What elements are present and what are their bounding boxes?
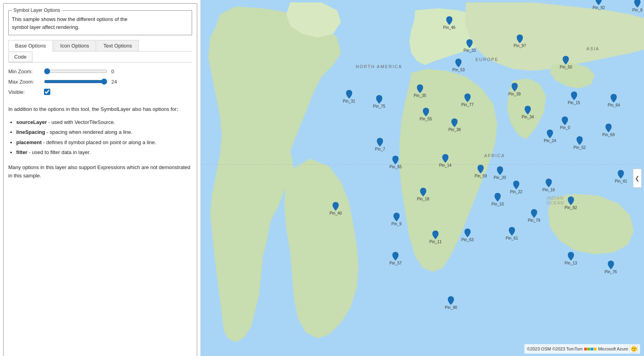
pin-icon (634, 0, 640, 8)
bullet-1-desc: - used with VectorTileSource. (47, 119, 115, 125)
controls-section: Min Zoom: 0 Max Zoom: 24 Visible: (8, 68, 192, 99)
pin-label: Pin_11 (429, 240, 442, 244)
pin-icon (442, 154, 448, 163)
pin-icon (333, 202, 339, 211)
pin-marker: Pin_50 (560, 56, 572, 69)
pin-marker: Pin_79 (528, 209, 540, 223)
tab-base-options[interactable]: Base Options (8, 40, 53, 51)
pin-label: Pin_65 (389, 165, 402, 169)
pin-label: Pin_20 (493, 175, 506, 180)
pin-label: Pin_38 (448, 128, 461, 132)
pin-label: Pin_55 (419, 117, 432, 121)
bullet-3-key: placement (16, 139, 42, 145)
tab-code[interactable]: Code (8, 51, 32, 62)
pin-label: Pin_50 (560, 65, 572, 69)
pin-marker: Pin_82 (565, 196, 577, 210)
collapse-icon: ❮ (635, 175, 640, 181)
visible-row: Visible: (8, 89, 192, 95)
pin-icon (511, 83, 518, 91)
pin-icon (417, 84, 423, 93)
bullet-list: sourceLayer - used with VectorTileSource… (16, 118, 192, 159)
microsoft-logo (584, 348, 596, 350)
max-zoom-slider[interactable] (44, 78, 107, 85)
brand-label: Microsoft Azure (598, 346, 628, 351)
pin-label: Pin_24 (544, 139, 556, 143)
pin-label: Pin_90 (445, 305, 457, 310)
pin-label: Pin_39 (508, 92, 520, 96)
pin-marker: Pin_15 (568, 91, 580, 105)
info-paragraph-1: In addition to the options in this tool,… (8, 105, 192, 114)
pin-icon (605, 124, 612, 132)
pin-icon (393, 213, 400, 221)
max-zoom-label: Max Zoom: (8, 79, 44, 85)
pin-marker: Pin_31 (343, 90, 355, 103)
pin-icon (455, 59, 462, 67)
pin-label: Pin_82 (565, 206, 577, 210)
ms-green (587, 348, 590, 350)
pin-icon (423, 108, 429, 116)
pin-marker: Pin_13 (565, 252, 577, 265)
pin-icon (516, 34, 523, 43)
pin-marker: Pin_75 (373, 95, 385, 109)
pin-icon (478, 165, 484, 173)
pin-icon (596, 0, 602, 5)
visible-checkbox[interactable] (44, 89, 50, 95)
max-zoom-row: Max Zoom: 24 (8, 78, 192, 85)
bullet-4-desc: - used to filter data in layer. (27, 149, 91, 155)
pin-marker: Pin_69 (602, 124, 615, 137)
pin-icon (392, 252, 399, 261)
label-europe: EUROPE (475, 57, 498, 62)
pin-icon (497, 166, 503, 175)
pin-icon (377, 138, 383, 147)
bullet-3-desc: - defines if symbol placed on point or a… (42, 139, 156, 145)
pin-label: Pin_97 (514, 44, 526, 48)
pin-marker: Pin_63 (461, 228, 474, 242)
min-zoom-label: Min Zoom: (8, 69, 44, 74)
pin-icon (513, 181, 519, 189)
bullet-1-key: sourceLayer (16, 119, 47, 125)
pin-label: Pin_16 (543, 188, 555, 192)
pin-icon (531, 209, 537, 218)
osm-attribution: ©2023 OSM ©2023 TomTom (527, 346, 583, 351)
pin-label: Pin_9 (391, 222, 402, 226)
pin-marker: Pin_65 (389, 156, 402, 169)
pin-label: Pin_75 (373, 104, 385, 109)
pin-label: Pin_33 (463, 48, 476, 53)
map-attribution: ©2023 OSM ©2023 TomTom Microsoft Azure 🙂 (524, 344, 640, 354)
pin-marker: Pin_57 (389, 252, 402, 265)
pin-marker: Pin_53 (452, 59, 465, 72)
map-svg (200, 0, 644, 356)
pin-label: Pin_14 (439, 163, 452, 168)
pin-label: Pin_15 (568, 101, 580, 105)
tab-text-options[interactable]: Text Options (97, 40, 139, 51)
pin-icon (571, 91, 577, 100)
collapse-button[interactable]: ❮ (633, 169, 642, 188)
pin-label: Pin_8 (632, 8, 642, 12)
pin-label: Pin_59 (474, 174, 487, 178)
tab-icon-options[interactable]: Icon Options (53, 40, 96, 51)
tab-bar: Base Options Icon Options Text Options (8, 40, 192, 51)
min-zoom-slider[interactable] (44, 68, 107, 74)
pin-marker: Pin_9 (391, 213, 402, 226)
pin-label: Pin_57 (389, 261, 402, 265)
bullet-1: sourceLayer - used with VectorTileSource… (16, 118, 192, 126)
pin-marker: Pin_24 (544, 129, 556, 143)
pin-icon (346, 90, 352, 99)
pin-label: Pin_41 (615, 179, 627, 183)
pin-icon (562, 116, 568, 125)
pin-label: Pin_46 (443, 25, 455, 30)
pin-label: Pin_10 (492, 202, 504, 206)
pin-label: Pin_77 (461, 103, 474, 107)
pin-icon (452, 118, 458, 127)
pin-icon (577, 136, 583, 145)
pin-icon (376, 95, 382, 104)
ms-yellow (594, 348, 596, 350)
bullet-2: lineSpacing - spacing when rendered alon… (16, 128, 192, 136)
map-area[interactable]: NORTH AMERICA EUROPE ASIA AFRICA IndianO… (200, 0, 644, 356)
pin-label: Pin_35 (414, 93, 426, 98)
smiley-button[interactable]: 🙂 (630, 345, 638, 353)
pin-label: Pin_7 (375, 147, 385, 151)
pin-label: Pin_31 (343, 99, 355, 103)
pin-icon (568, 252, 574, 261)
pin-icon (547, 129, 553, 138)
